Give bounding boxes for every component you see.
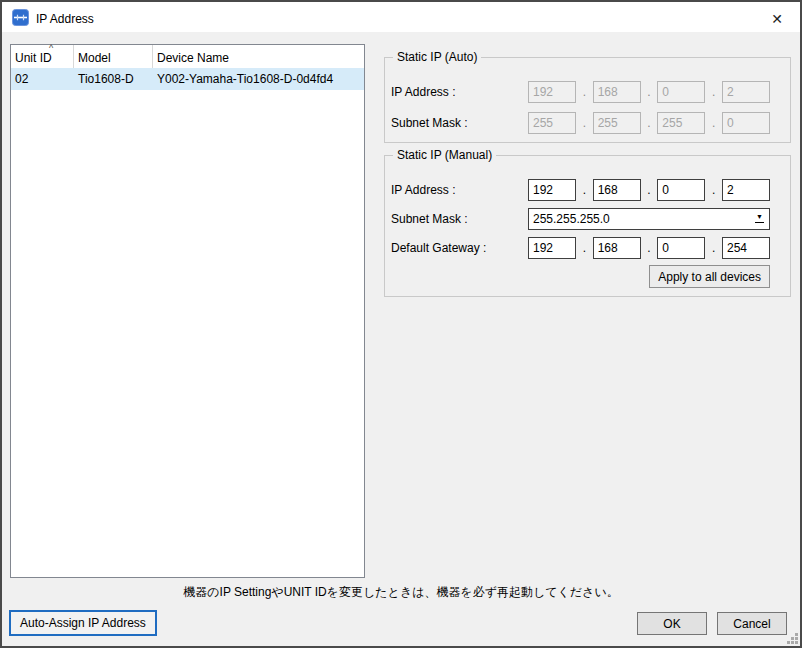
manual-subnet-label: Subnet Mask : bbox=[391, 212, 528, 226]
octet-separator: . bbox=[641, 116, 658, 130]
manual-ip-row: IP Address : . . . bbox=[391, 179, 770, 201]
manual-subnet-row: Subnet Mask : 255.255.255.0 ▼ bbox=[391, 208, 770, 230]
cancel-button[interactable]: Cancel bbox=[717, 612, 787, 635]
cell-device-name: Y002-Yamaha-Tio1608-D-0d4fd4 bbox=[153, 68, 364, 90]
manual-ip-octet-2[interactable] bbox=[593, 179, 641, 201]
octet-separator: . bbox=[705, 241, 722, 255]
octet-separator: . bbox=[705, 183, 722, 197]
column-header-model[interactable]: Model bbox=[74, 45, 153, 68]
auto-ip-octet-1 bbox=[528, 81, 576, 103]
apply-to-all-devices-button[interactable]: Apply to all devices bbox=[649, 265, 770, 288]
resize-grip[interactable] bbox=[784, 630, 798, 644]
column-header-unit-id[interactable]: Unit ID bbox=[11, 45, 74, 68]
auto-ip-octet-3 bbox=[657, 81, 705, 103]
static-ip-auto-group: Static IP (Auto) IP Address : . . . Subn… bbox=[384, 57, 791, 143]
manual-ip-octet-1[interactable] bbox=[528, 179, 576, 201]
auto-ip-label: IP Address : bbox=[391, 85, 528, 99]
sort-ascending-icon: ^ bbox=[44, 44, 58, 53]
auto-subnet-row: Subnet Mask : . . . bbox=[391, 112, 770, 134]
static-ip-manual-group: Static IP (Manual) IP Address : . . . Su… bbox=[384, 155, 791, 297]
ok-button[interactable]: OK bbox=[637, 612, 707, 635]
octet-separator: . bbox=[641, 241, 658, 255]
gateway-octet-4[interactable] bbox=[722, 237, 770, 259]
octet-separator: . bbox=[576, 85, 593, 99]
column-header-device-name[interactable]: Device Name bbox=[153, 45, 364, 68]
window-title: IP Address bbox=[36, 4, 94, 34]
auto-assign-ip-button[interactable]: Auto-Assign IP Address bbox=[9, 610, 157, 636]
octet-separator: . bbox=[576, 183, 593, 197]
gateway-octet-1[interactable] bbox=[528, 237, 576, 259]
auto-ip-octet-4 bbox=[722, 81, 770, 103]
gateway-octet-3[interactable] bbox=[657, 237, 705, 259]
octet-separator: . bbox=[576, 241, 593, 255]
auto-subnet-label: Subnet Mask : bbox=[391, 116, 528, 130]
manual-ip-octet-4[interactable] bbox=[722, 179, 770, 201]
table-row[interactable]: 02 Tio1608-D Y002-Yamaha-Tio1608-D-0d4fd… bbox=[11, 68, 364, 90]
static-ip-auto-title: Static IP (Auto) bbox=[393, 50, 481, 64]
octet-separator: . bbox=[641, 183, 658, 197]
device-table-header: Unit ID Model Device Name ^ bbox=[11, 45, 364, 68]
auto-subnet-octet-3 bbox=[657, 112, 705, 134]
manual-ip-octet-3[interactable] bbox=[657, 179, 705, 201]
subnet-mask-value: 255.255.255.0 bbox=[533, 212, 610, 226]
cell-model: Tio1608-D bbox=[74, 68, 153, 90]
device-table: Unit ID Model Device Name ^ 02 Tio1608-D… bbox=[10, 44, 365, 578]
restart-notice: 機器のIP SettingやUNIT IDを変更したときは、機器を必ず再起動して… bbox=[0, 584, 802, 601]
static-ip-manual-title: Static IP (Manual) bbox=[393, 148, 496, 162]
octet-separator: . bbox=[705, 116, 722, 130]
gateway-label: Default Gateway : bbox=[391, 241, 528, 255]
octet-separator: . bbox=[576, 116, 593, 130]
title-bar: IP Address ✕ bbox=[2, 2, 800, 32]
manual-gateway-row: Default Gateway : . . . bbox=[391, 237, 770, 259]
cell-unit-id: 02 bbox=[11, 68, 74, 90]
ip-address-dialog: IP Address ✕ Unit ID Model Device Name ^… bbox=[0, 0, 802, 648]
chevron-down-icon: ▼ bbox=[755, 213, 764, 223]
gateway-octet-2[interactable] bbox=[593, 237, 641, 259]
auto-subnet-octet-1 bbox=[528, 112, 576, 134]
auto-subnet-octet-4 bbox=[722, 112, 770, 134]
close-icon[interactable]: ✕ bbox=[756, 4, 798, 34]
auto-ip-row: IP Address : . . . bbox=[391, 81, 770, 103]
network-connector-icon bbox=[12, 9, 29, 26]
manual-ip-label: IP Address : bbox=[391, 183, 528, 197]
auto-subnet-octet-2 bbox=[593, 112, 641, 134]
subnet-mask-dropdown[interactable]: 255.255.255.0 ▼ bbox=[528, 208, 770, 230]
octet-separator: . bbox=[641, 85, 658, 99]
octet-separator: . bbox=[705, 85, 722, 99]
auto-ip-octet-2 bbox=[593, 81, 641, 103]
